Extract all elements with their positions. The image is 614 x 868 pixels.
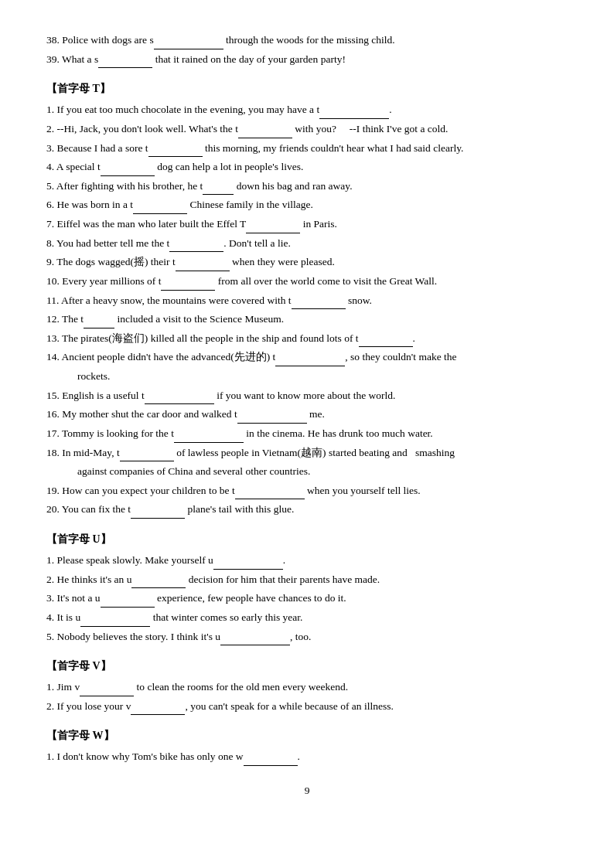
- blank-38: [154, 49, 223, 49]
- blank-V2: [131, 714, 185, 715]
- section-V-header: 【首字母 V】: [46, 659, 568, 673]
- line-38: 38. Police with dogs are s through the w…: [46, 31, 568, 49]
- T-item-3: 3. Because I had a sore t this morning, …: [46, 139, 568, 158]
- blank-U5: [220, 645, 290, 645]
- blank-T14: [275, 366, 345, 366]
- T-item-8: 8. You had better tell me the t. Don't t…: [46, 234, 568, 253]
- T-item-7: 7. Eiffel was the man who later built th…: [46, 215, 568, 233]
- blank-T1: [319, 118, 389, 119]
- blank-T15: [145, 403, 214, 404]
- blank-U3: [101, 607, 155, 608]
- T-item-14: 14. Ancient people didn't have the advan…: [46, 348, 568, 366]
- blank-T20: [131, 518, 185, 519]
- T-item-18: 18. In mid-May, t of lawless people in V…: [46, 444, 568, 462]
- T-item-2: 2. --Hi, Jack, you don't look well. What…: [46, 120, 568, 138]
- U-item-4: 4. It is u that winter comes so early th…: [46, 608, 568, 627]
- U-item-3: 3. It's not a u experience, few people h…: [46, 589, 568, 608]
- blank-U1: [213, 569, 283, 570]
- section-W: 【首字母 W】 1. I don't know why Tom's bike h…: [46, 729, 568, 766]
- T-item-15: 15. English is a useful t if you want to…: [46, 386, 568, 405]
- T-item-14-cont: rockets.: [46, 367, 568, 386]
- blank-T11: [292, 308, 346, 309]
- section-U-header: 【首字母 U】: [46, 533, 568, 546]
- W-item-1: 1. I don't know why Tom's bike has only …: [46, 747, 568, 766]
- section-W-header: 【首字母 W】: [46, 729, 568, 743]
- T-item-16: 16. My mother shut the car door and walk…: [46, 405, 568, 424]
- T-item-10: 10. Every year millions of t from all ov…: [46, 272, 568, 291]
- blank-T9: [176, 271, 230, 271]
- T-item-19: 19. How can you expect your children to …: [46, 482, 568, 500]
- blank-T7: [246, 233, 300, 233]
- V-item-2: 2. If you lose your v, you can't speak f…: [46, 697, 568, 716]
- T-item-5: 5. After fighting with his brother, he t…: [46, 177, 568, 196]
- blank-T2: [238, 138, 292, 138]
- blank-T10: [161, 290, 215, 291]
- blank-T5: [203, 194, 234, 195]
- T-item-11: 11. After a heavy snow, the mountains we…: [46, 291, 568, 310]
- line-39: 39. What a s that it rained on the day o…: [46, 50, 568, 69]
- U-item-2: 2. He thinks it's an u decision for him …: [46, 570, 568, 589]
- top-section: 38. Police with dogs are s through the w…: [46, 31, 568, 68]
- section-V: 【首字母 V】 1. Jim v to clean the rooms for …: [46, 659, 568, 715]
- T-item-20: 20. You can fix the t plane's tail with …: [46, 500, 568, 519]
- blank-W1: [244, 765, 298, 766]
- section-T-header: 【首字母 T】: [46, 82, 568, 96]
- blank-U4: [80, 626, 150, 627]
- blank-T12: [84, 328, 114, 328]
- U-item-5: 5. Nobody believes the story. I think it…: [46, 628, 568, 646]
- blank-39: [98, 67, 152, 68]
- blank-T3: [148, 156, 203, 157]
- U-item-1: 1. Please speak slowly. Make yourself u.: [46, 551, 568, 570]
- section-T: 【首字母 T】 1. If you eat too much chocolate…: [46, 82, 568, 519]
- blank-T13: [359, 346, 413, 347]
- section-U: 【首字母 U】 1. Please speak slowly. Make you…: [46, 533, 568, 645]
- T-item-18-cont: against companies of China and several o…: [46, 462, 568, 481]
- T-item-9: 9. The dogs wagged(摇) their t when they …: [46, 253, 568, 271]
- blank-T18: [120, 461, 174, 461]
- T-item-6: 6. He was born in a t Chinese family in …: [46, 196, 568, 214]
- V-item-1: 1. Jim v to clean the rooms for the old …: [46, 678, 568, 696]
- T-item-13: 13. The pirates(海盗们) killed all the peop…: [46, 329, 568, 348]
- T-item-12: 12. The t included a visit to the Scienc…: [46, 310, 568, 328]
- blank-T19: [235, 499, 305, 499]
- blank-T8: [169, 251, 223, 252]
- blank-T6: [133, 213, 187, 214]
- blank-U2: [131, 587, 186, 588]
- T-item-17: 17. Tommy is looking for the t in the ci…: [46, 424, 568, 443]
- blank-T4: [101, 175, 155, 176]
- T-item-1: 1. If you eat too much chocolate in the …: [46, 100, 568, 119]
- blank-T16: [237, 423, 307, 424]
- page-number: 9: [46, 785, 568, 797]
- T-item-4: 4. A special t dog can help a lot in peo…: [46, 158, 568, 176]
- blank-V1: [80, 696, 134, 696]
- blank-T17: [174, 442, 244, 443]
